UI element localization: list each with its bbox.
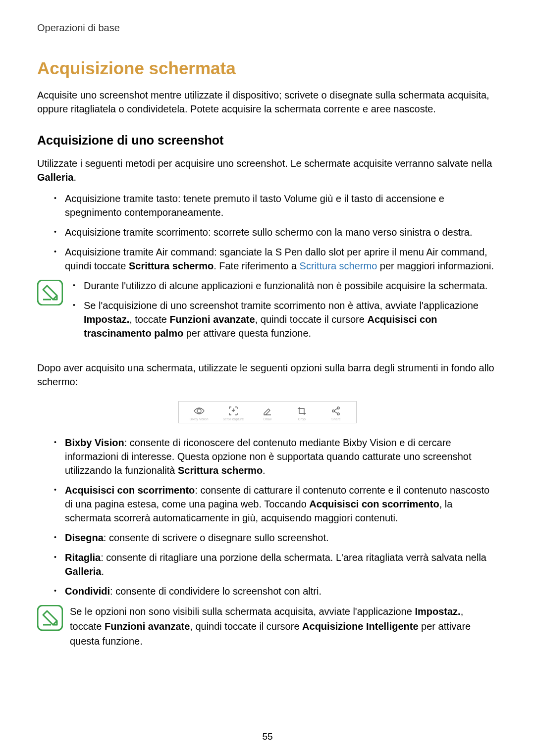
text: . [101,566,104,577]
breadcrumb: Operazioni di base [37,22,498,34]
text: , quindi toccate il cursore [190,621,302,632]
note-block: Durante l'utilizzo di alcune applicazion… [37,279,498,346]
intro-paragraph: Acquisite uno screenshot mentre utilizza… [37,88,498,116]
note-icon [37,605,63,631]
scroll-capture-icon [216,405,250,416]
text-bold: Funzioni avanzate [105,621,190,632]
eye-icon [182,405,216,416]
svg-point-3 [332,410,334,412]
screenshot-toolbar-image: Bixby Vision Scroll capture Draw [37,401,498,423]
share-icon [319,405,353,416]
note-text: Se le opzioni non sono visibili sulla sc… [70,604,498,649]
list-item: Bixby Vision: consente di riconoscere de… [51,436,498,477]
list-item: Acquisisci con scorrimento: consente di … [51,483,498,525]
section-lead: Utilizzate i seguenti metodi per acquisi… [37,156,498,184]
link-scrittura-schermo[interactable]: Scrittura schermo [300,260,377,271]
page-number: 55 [0,731,535,742]
toolbar-label: Scroll capture [216,417,250,421]
note-block: Se le opzioni non sono visibili sulla sc… [37,604,498,649]
toolbar-label: Draw [250,417,284,421]
list-item: Acquisizione tramite scorrimento: scorre… [51,225,498,239]
list-item: Ritaglia: consente di ritagliare una por… [51,551,498,578]
note-icon [37,280,63,305]
text: : consente di riconoscere del contenuto … [65,437,472,476]
text-bold: Acquisisci con scorrimento [65,485,195,496]
text-bold: Impostaz. [84,314,129,325]
text: . [73,172,76,183]
text-bold: Condividi [65,586,110,597]
options-list: Bixby Vision: consente di riconoscere de… [37,436,498,598]
text: . [263,465,266,476]
text: Se l'acquisizione di uno screenshot tram… [84,300,479,311]
text: per maggiori informazioni. [377,260,494,271]
list-item: Acquisizione tramite tasto: tenete premu… [51,192,498,219]
text-bold: Disegna [65,532,104,543]
toolbar-label: Crop [285,417,319,421]
list-item: Se l'acquisizione di uno screenshot tram… [70,299,498,340]
after-note-paragraph: Dopo aver acquisito una schermata, utili… [37,361,498,389]
text-bold: Bixby Vision [65,437,124,448]
toolbar-item-draw: Draw [250,405,284,421]
text-bold: Acquisisci con scorrimento [309,499,439,509]
text: , quindi toccate il cursore [255,314,368,325]
method-list: Acquisizione tramite tasto: tenete premu… [37,192,498,273]
svg-point-2 [337,407,339,409]
crop-icon [285,405,319,416]
text-bold: Scrittura schermo [129,260,214,271]
text: : consente di condividere lo screenshot … [110,586,321,597]
note-list: Durante l'utilizzo di alcune applicazion… [70,279,498,340]
toolbar-label: Share [319,417,353,421]
text-bold: Impostaz. [415,606,460,617]
page-title: Acquisizione schermata [37,58,498,78]
list-item: Disegna: consente di scrivere o disegnar… [51,531,498,545]
toolbar-item-scroll: Scroll capture [216,405,250,421]
svg-point-4 [337,413,339,415]
text: Se le opzioni non sono visibili sulla sc… [70,606,415,617]
svg-rect-0 [38,280,62,305]
toolbar-item-bixby: Bixby Vision [182,405,216,421]
text: : consente di ritagliare una porzione de… [101,552,486,563]
pen-icon [250,405,284,416]
toolbar-label: Bixby Vision [182,417,216,421]
text: per attivare questa funzione. [183,328,311,339]
text-bold: Ritaglia [65,552,101,563]
text-bold: Funzioni avanzate [169,314,255,325]
text: Utilizzate i seguenti metodi per acquisi… [37,158,492,169]
text-bold: Scrittura schermo [178,465,263,476]
toolbar-item-crop: Crop [285,405,319,421]
text-bold: Acquisizione Intelligente [302,621,418,632]
text: , toccate [129,314,169,325]
text: . Fate riferimento a [214,260,299,271]
text: : consente di scrivere o disegnare sullo… [104,532,329,543]
list-item: Acquisizione tramite Air command: sganci… [51,245,498,273]
list-item: Durante l'utilizzo di alcune applicazion… [70,279,498,293]
toolbar-item-share: Share [319,405,353,421]
section-title: Acquisizione di uno screenshot [37,133,498,148]
text-bold: Galleria [37,172,73,183]
list-item: Condividi: consente di condividere lo sc… [51,584,498,598]
svg-rect-5 [38,605,62,630]
text-bold: Galleria [65,566,101,577]
